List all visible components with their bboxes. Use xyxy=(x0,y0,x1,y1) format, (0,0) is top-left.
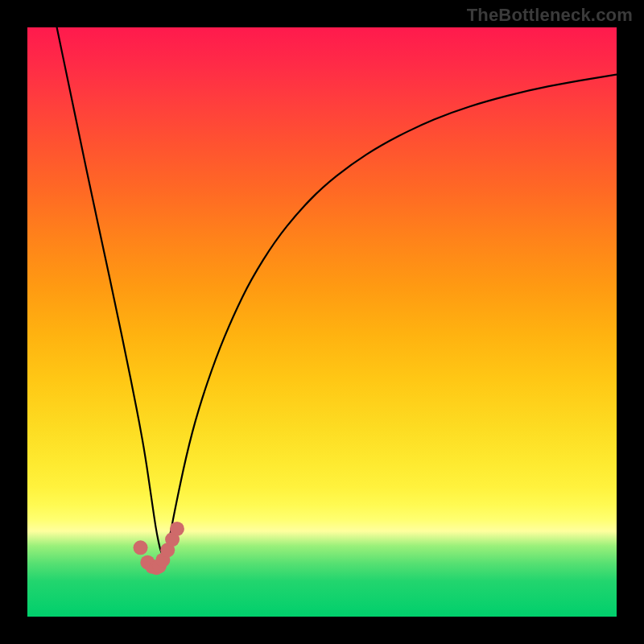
watermark-text: TheBottleneck.com xyxy=(467,5,633,26)
marker-dot xyxy=(170,522,184,536)
marker-dot xyxy=(134,540,148,555)
bottleneck-curve xyxy=(57,27,617,555)
marker-dots xyxy=(134,522,184,575)
chart-area xyxy=(27,27,617,617)
chart-svg xyxy=(27,27,617,617)
